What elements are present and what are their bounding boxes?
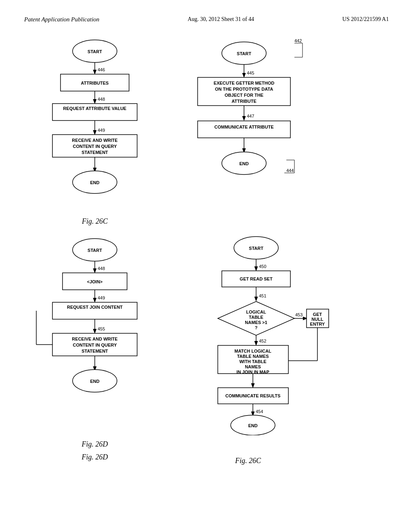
fig-26c-svg: START 446 ATTRIBUTES 448 REQUEST ATTRIBU…: [32, 35, 157, 212]
svg-text:ENTRY: ENTRY: [310, 322, 325, 326]
svg-text:442: 442: [294, 38, 302, 43]
fig-26e: START 450 GET READ SET 451 LOGICAL TABLE: [186, 234, 331, 449]
svg-text:REQUEST JOIN CONTENT: REQUEST JOIN CONTENT: [67, 305, 123, 310]
svg-text:TABLE NAMES: TABLE NAMES: [237, 354, 269, 359]
svg-text:GET READ SET: GET READ SET: [240, 276, 273, 281]
svg-text:ATTRIBUTES: ATTRIBUTES: [81, 81, 109, 85]
diagrams-container: START 446 ATTRIBUTES 448 REQUEST ATTRIBU…: [24, 35, 389, 461]
svg-text:RECEIVE AND WRITE: RECEIVE AND WRITE: [72, 138, 117, 143]
fig-26d: START 448 <JOIN> 449 REQUEST JOIN CONTEN…: [32, 234, 157, 449]
svg-text:COMMUNICATE RESULTS: COMMUNICATE RESULTS: [225, 393, 280, 398]
svg-text:446: 446: [98, 67, 105, 72]
header-center: Aug. 30, 2012 Sheet 31 of 44: [188, 16, 254, 23]
svg-text:STATEMENT: STATEMENT: [81, 150, 108, 155]
svg-text:449: 449: [98, 128, 105, 133]
svg-text:LOGICAL: LOGICAL: [246, 310, 266, 314]
fig-26d-label-container: Fig. 26D: [32, 453, 157, 461]
svg-text:START: START: [88, 248, 102, 253]
svg-text:453: 453: [295, 312, 302, 317]
svg-text:450: 450: [259, 264, 266, 269]
svg-text:452: 452: [259, 339, 266, 343]
svg-text:CONTENT IN QUERY: CONTENT IN QUERY: [73, 144, 117, 149]
svg-text:END: END: [90, 379, 99, 384]
header-left: Patent Application Publication: [24, 16, 99, 23]
page-header: Patent Application Publication Aug. 30, …: [24, 16, 389, 23]
svg-text:END: END: [90, 180, 99, 185]
svg-text:START: START: [237, 51, 251, 56]
svg-text:NAMES: NAMES: [245, 364, 261, 369]
svg-text:OBJECT FOR THE: OBJECT FOR THE: [225, 93, 263, 98]
svg-text:START: START: [249, 246, 263, 251]
svg-text:444: 444: [286, 168, 294, 173]
fig-26d-label: Fig. 26D: [32, 440, 157, 449]
svg-text:NULL: NULL: [311, 317, 323, 322]
svg-text:MATCH LOGICAL: MATCH LOGICAL: [234, 349, 271, 353]
svg-text:WITH TABLE: WITH TABLE: [239, 359, 266, 364]
fig-26b: 442 START 445 EXECUTE GETTER METHOD ON T…: [186, 35, 311, 226]
svg-text:451: 451: [259, 293, 266, 298]
svg-text:END: END: [239, 161, 248, 166]
svg-text:ATTRIBUTE: ATTRIBUTE: [232, 99, 257, 104]
svg-text:START: START: [88, 49, 102, 54]
svg-text:GET: GET: [313, 312, 322, 317]
svg-text:?: ?: [255, 325, 258, 330]
fig-26d-text: Fig. 26D: [82, 453, 108, 461]
svg-text:END: END: [248, 423, 257, 428]
svg-text:<JOIN>: <JOIN>: [87, 279, 103, 284]
svg-text:STATEMENT: STATEMENT: [81, 349, 108, 353]
svg-text:EXECUTE GETTER METHOD: EXECUTE GETTER METHOD: [214, 81, 274, 85]
fig-26c: START 446 ATTRIBUTES 448 REQUEST ATTRIBU…: [32, 35, 157, 226]
fig-26c-label: Fig. 26C: [32, 217, 157, 226]
svg-text:RECEIVE AND WRITE: RECEIVE AND WRITE: [72, 337, 117, 341]
top-row: START 446 ATTRIBUTES 448 REQUEST ATTRIBU…: [32, 35, 389, 226]
svg-text:ON THE PROTOTYPE DATA: ON THE PROTOTYPE DATA: [215, 87, 273, 91]
svg-text:COMMUNICATE ATTRIBUTE: COMMUNICATE ATTRIBUTE: [214, 125, 273, 129]
page: Patent Application Publication Aug. 30, …: [0, 0, 413, 532]
svg-text:455: 455: [98, 326, 105, 331]
svg-text:454: 454: [256, 409, 263, 414]
fig-26b-svg: 442 START 445 EXECUTE GETTER METHOD ON T…: [186, 35, 311, 212]
svg-text:449: 449: [98, 295, 105, 300]
svg-text:REQUEST ATTRIBUTE VALUE: REQUEST ATTRIBUTE VALUE: [63, 106, 127, 111]
svg-rect-31: [198, 121, 290, 138]
svg-text:447: 447: [247, 114, 254, 118]
svg-text:TABLE: TABLE: [249, 315, 263, 320]
svg-text:448: 448: [98, 97, 105, 102]
fig-26e-svg: START 450 GET READ SET 451 LOGICAL TABLE: [186, 234, 331, 435]
svg-text:CONTENT IN QUERY: CONTENT IN QUERY: [73, 343, 117, 347]
fig-26d-svg: START 448 <JOIN> 449 REQUEST JOIN CONTEN…: [32, 234, 157, 435]
svg-text:448: 448: [98, 266, 105, 271]
header-right: US 2012/221599 A1: [342, 16, 389, 23]
svg-text:NAMES >1: NAMES >1: [245, 320, 267, 325]
svg-text:445: 445: [247, 71, 254, 75]
